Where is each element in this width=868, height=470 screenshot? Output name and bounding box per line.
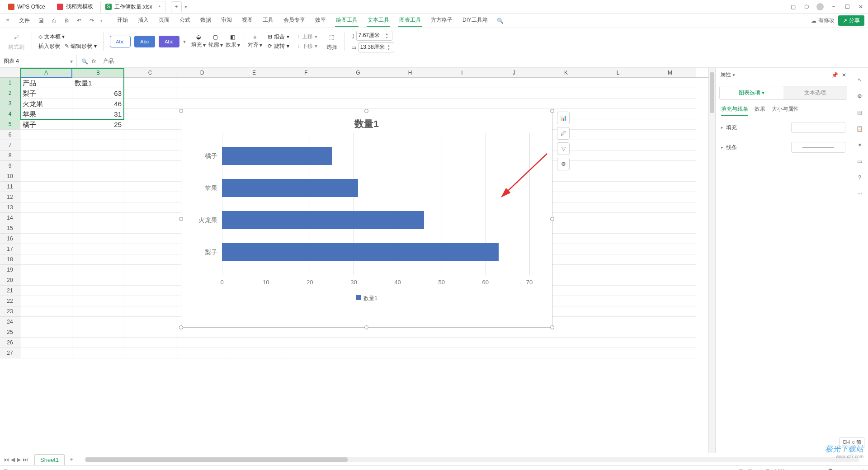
cell[interactable] <box>20 161 72 171</box>
cell[interactable] <box>644 244 696 254</box>
cell[interactable] <box>280 78 332 88</box>
cell[interactable] <box>124 213 176 223</box>
cell[interactable] <box>592 213 644 223</box>
cell[interactable] <box>592 265 644 275</box>
cell[interactable] <box>592 150 644 161</box>
cell[interactable] <box>72 327 124 338</box>
row-header[interactable]: 9 <box>0 161 20 171</box>
cell[interactable] <box>332 348 384 358</box>
view-normal-icon[interactable]: ▦ <box>739 468 743 470</box>
ribbon-tab-9[interactable]: 效率 <box>314 14 327 27</box>
sheet-first-icon[interactable]: ⏮ <box>4 456 9 463</box>
cell[interactable] <box>436 78 488 88</box>
col-header[interactable]: D <box>176 68 228 77</box>
cell[interactable] <box>488 338 540 348</box>
cell[interactable] <box>72 234 124 244</box>
ribbon-tab-8[interactable]: 会员专享 <box>283 14 306 27</box>
cell[interactable] <box>124 150 176 161</box>
cell[interactable] <box>644 130 696 140</box>
cell[interactable] <box>592 192 644 202</box>
cell[interactable] <box>124 140 176 150</box>
cell[interactable] <box>592 78 644 88</box>
shape-style-2[interactable]: Abc <box>134 36 155 47</box>
settings-side-icon[interactable]: ⚙ <box>857 93 862 99</box>
row-header[interactable]: 15 <box>0 223 20 234</box>
row-header[interactable]: 23 <box>0 306 20 317</box>
style-more-icon[interactable]: ▾ <box>183 38 186 45</box>
cell[interactable] <box>332 327 384 338</box>
cell[interactable] <box>72 130 124 140</box>
cell[interactable] <box>644 150 696 161</box>
cell[interactable] <box>176 99 228 109</box>
cell[interactable] <box>644 171 696 182</box>
cell[interactable] <box>332 78 384 88</box>
cell[interactable] <box>540 88 592 99</box>
cell[interactable] <box>592 348 644 358</box>
cell[interactable]: 25 <box>72 119 124 130</box>
cell[interactable] <box>436 348 488 358</box>
ribbon-tab-14[interactable]: DIY工具箱 <box>462 14 489 27</box>
row-header[interactable]: 22 <box>0 296 20 306</box>
cell[interactable] <box>592 88 644 99</box>
cell[interactable] <box>124 192 176 202</box>
cell[interactable] <box>644 296 696 306</box>
resize-handle[interactable] <box>179 109 183 113</box>
app-tab[interactable]: WPS Office <box>4 1 50 13</box>
cell[interactable] <box>384 338 436 348</box>
cell[interactable] <box>72 244 124 254</box>
cell[interactable] <box>488 348 540 358</box>
resize-handle[interactable] <box>179 325 183 329</box>
more-icon[interactable]: ⋯ <box>857 191 863 197</box>
fill-section[interactable]: 填充 <box>726 124 737 132</box>
pin-icon[interactable]: 📌 <box>831 72 838 78</box>
cell[interactable] <box>384 99 436 109</box>
resize-handle[interactable] <box>550 217 554 221</box>
cell[interactable] <box>72 150 124 161</box>
cell[interactable] <box>592 130 644 140</box>
cell[interactable] <box>592 234 644 244</box>
cell[interactable] <box>540 348 592 358</box>
line-section[interactable]: 线条 <box>726 144 737 151</box>
chart-object[interactable]: 数量1 010203040506070橘子苹果火龙果梨子 数量1 <box>181 111 552 328</box>
sheet-prev-icon[interactable]: ◀ <box>11 456 15 463</box>
cell[interactable] <box>280 99 332 109</box>
cell[interactable] <box>592 171 644 182</box>
cell[interactable] <box>592 317 644 327</box>
row-header[interactable]: 14 <box>0 213 20 223</box>
file-menu[interactable]: 文件 <box>16 17 33 24</box>
cell[interactable] <box>124 234 176 244</box>
cell[interactable] <box>72 275 124 286</box>
cell[interactable] <box>436 88 488 99</box>
cell[interactable] <box>124 348 176 358</box>
cell[interactable] <box>124 130 176 140</box>
ribbon-tab-3[interactable]: 公式 <box>179 14 191 27</box>
cell[interactable] <box>592 223 644 234</box>
cell[interactable] <box>124 275 176 286</box>
cell[interactable] <box>332 99 384 109</box>
cell[interactable] <box>228 99 280 109</box>
cell[interactable] <box>592 99 644 109</box>
cell[interactable]: 梨子 <box>20 88 72 99</box>
cell[interactable] <box>488 78 540 88</box>
formula-input[interactable]: 产品 <box>100 57 868 65</box>
cell[interactable] <box>644 119 696 130</box>
cell[interactable] <box>20 244 72 254</box>
row-header[interactable]: 4 <box>0 109 20 119</box>
cell[interactable] <box>644 213 696 223</box>
cell[interactable] <box>644 140 696 150</box>
cell[interactable] <box>592 109 644 119</box>
minimize-icon[interactable]: － <box>830 3 837 10</box>
cell[interactable]: 数量1 <box>72 78 124 88</box>
effect-subtab[interactable]: 效果 <box>755 105 765 116</box>
cell[interactable] <box>124 244 176 254</box>
cell[interactable]: 产品 <box>20 78 72 88</box>
col-header[interactable]: L <box>592 68 644 77</box>
cell[interactable] <box>540 78 592 88</box>
ribbon-tab-12[interactable]: 图表工具 <box>398 14 422 27</box>
ribbon-tab-0[interactable]: 开始 <box>116 14 129 27</box>
group-button[interactable]: ⊞ 组合 ▾ <box>265 33 292 41</box>
spreadsheet-grid[interactable]: ABCDEFGHIJKLM 1产品数量12梨子633火龙果464苹果315橘子2… <box>0 68 708 453</box>
sheet-next-icon[interactable]: ▶ <box>17 456 21 463</box>
cell[interactable]: 橘子 <box>20 119 72 130</box>
cell[interactable] <box>644 338 696 348</box>
